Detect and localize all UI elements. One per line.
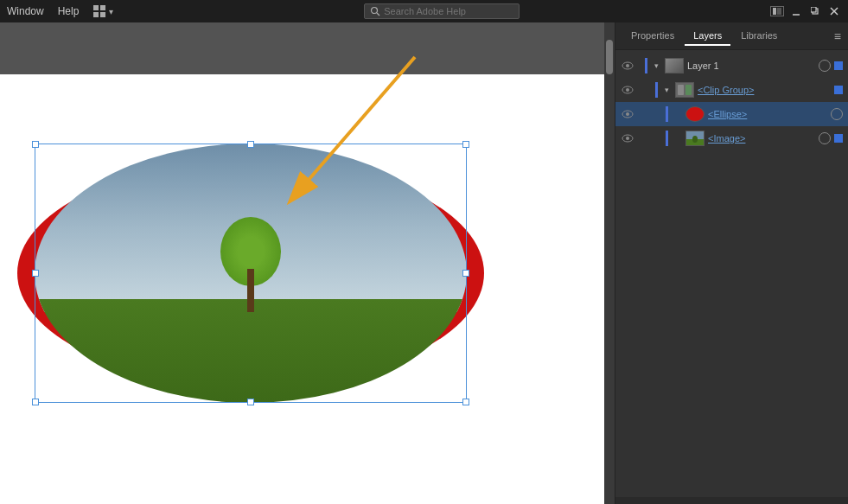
search-input[interactable]	[384, 6, 505, 16]
visibility-icon[interactable]	[621, 59, 634, 73]
eye-icon	[622, 61, 634, 70]
layer-thumb	[675, 82, 694, 98]
layer-row[interactable]: ▾ Layer 1	[615, 54, 848, 78]
eye-icon	[622, 134, 634, 143]
expand-arrow[interactable]: ▾	[651, 61, 661, 71]
main-area: Properties Layers Libraries ≡ ▾	[0, 22, 848, 504]
tab-properties[interactable]: Properties	[622, 27, 683, 46]
svg-rect-3	[100, 12, 105, 17]
layer-row[interactable]: <Ellipse>	[615, 102, 848, 126]
minimize-button[interactable]	[789, 4, 803, 18]
clip-group-link[interactable]: <Clip Group>	[698, 85, 754, 95]
panel-icon	[773, 8, 781, 15]
svg-point-4	[372, 8, 378, 14]
layer-actions	[819, 60, 843, 72]
svg-line-14	[303, 57, 415, 187]
layer-target-icon[interactable]	[819, 132, 831, 144]
layer-name: <Clip Group>	[698, 85, 831, 95]
menu-bar: Window Help ▾	[7, 4, 113, 18]
eye-icon	[622, 110, 634, 118]
svg-rect-1	[100, 5, 105, 10]
svg-rect-19	[678, 85, 684, 95]
tree-trunk	[247, 269, 254, 312]
title-bar-center	[113, 3, 770, 19]
layer-actions	[831, 108, 843, 120]
layer-actions	[819, 132, 843, 144]
layer-row[interactable]: ▾ <Clip Group>	[615, 78, 848, 102]
blue-indicator	[655, 82, 658, 98]
eye-icon	[622, 86, 634, 94]
blue-indicator	[666, 131, 668, 146]
layer-selected-square[interactable]	[834, 134, 843, 143]
layer-target-icon[interactable]	[831, 108, 843, 120]
layer-selected-square[interactable]	[834, 61, 843, 70]
grid-menu-button[interactable]: ▾	[92, 4, 113, 18]
canvas-area[interactable]	[0, 22, 615, 504]
collapse-panels-button[interactable]	[770, 6, 784, 16]
layer-thumb	[685, 106, 705, 122]
right-panel: Properties Layers Libraries ≡ ▾	[615, 22, 848, 504]
search-box[interactable]	[364, 3, 520, 19]
panel-more-button[interactable]: ≡	[834, 29, 841, 43]
grid-icon	[92, 4, 106, 18]
blue-indicator	[666, 106, 668, 122]
close-icon	[830, 7, 838, 16]
layer-row[interactable]: <Image>	[615, 126, 848, 150]
svg-rect-7	[777, 8, 781, 15]
grass-bg	[35, 299, 467, 403]
search-icon	[370, 6, 380, 16]
svg-line-5	[377, 13, 379, 16]
tree	[247, 269, 254, 312]
svg-point-16	[626, 64, 629, 67]
minimize-icon	[792, 7, 800, 16]
layer-thumb	[665, 58, 684, 73]
restore-button[interactable]	[808, 4, 822, 18]
svg-rect-20	[685, 85, 692, 95]
title-bar-left: Window Help ▾	[7, 4, 113, 18]
panel-tabs: Properties Layers Libraries ≡	[615, 22, 848, 50]
menu-window[interactable]: Window	[7, 5, 44, 17]
clip-group-icon	[677, 84, 692, 96]
restore-icon	[811, 7, 819, 16]
visibility-icon[interactable]	[621, 107, 634, 121]
layer-name: <Ellipse>	[708, 109, 827, 119]
layer-name: Layer 1	[687, 61, 815, 71]
expand-placeholder	[672, 133, 682, 144]
svg-point-27	[692, 136, 698, 143]
annotation-arrow	[173, 48, 432, 239]
blue-indicator	[645, 58, 647, 73]
layer-selected-square[interactable]	[834, 86, 843, 94]
ellipse-link[interactable]: <Ellipse>	[708, 109, 747, 119]
scrollbar-thumb-v[interactable]	[606, 40, 613, 74]
canvas-scrollbar-vertical[interactable]	[604, 22, 615, 504]
svg-point-18	[626, 88, 629, 92]
tab-libraries[interactable]: Libraries	[732, 27, 786, 46]
close-button[interactable]	[827, 4, 841, 18]
image-thumb-icon	[686, 131, 704, 145]
image-link[interactable]: <Image>	[708, 133, 745, 144]
layers-panel: ▾ Layer 1 ▾	[615, 50, 848, 497]
expand-arrow[interactable]: ▾	[661, 85, 672, 95]
expand-placeholder	[672, 109, 682, 119]
visibility-icon[interactable]	[621, 83, 634, 97]
svg-rect-0	[93, 5, 99, 10]
panel-bottom	[615, 497, 848, 504]
layer-name: <Image>	[708, 133, 815, 144]
layer-actions	[834, 86, 843, 94]
layer-thumb	[685, 131, 705, 146]
svg-rect-10	[811, 7, 816, 12]
layer-target-icon[interactable]	[819, 60, 831, 72]
svg-rect-6	[773, 8, 776, 15]
title-bar: Window Help ▾	[0, 0, 848, 22]
svg-point-22	[626, 112, 629, 116]
window-controls	[770, 4, 841, 18]
visibility-icon[interactable]	[621, 131, 634, 145]
menu-help[interactable]: Help	[58, 5, 80, 17]
panel-tabs-left: Properties Layers Libraries	[622, 27, 786, 46]
svg-point-24	[626, 137, 629, 140]
tab-layers[interactable]: Layers	[685, 27, 730, 46]
svg-rect-2	[93, 12, 99, 17]
